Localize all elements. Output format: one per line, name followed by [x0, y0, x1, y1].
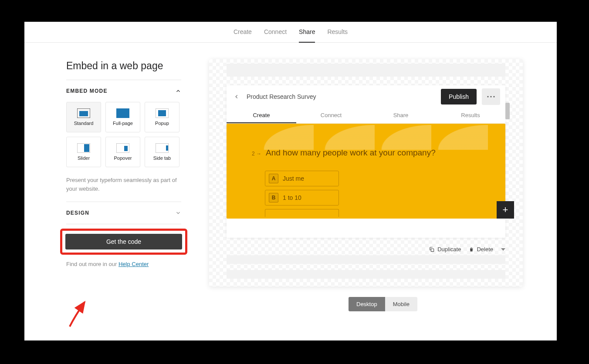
chevron-down-icon	[175, 210, 181, 216]
skeleton-bar	[227, 255, 505, 264]
svg-rect-2	[116, 108, 129, 118]
page-title: Embed in a web page	[66, 60, 181, 72]
option-a[interactable]: A Just me	[265, 171, 339, 186]
plus-icon: +	[503, 204, 508, 216]
more-button[interactable]	[482, 88, 500, 105]
svg-rect-1	[79, 111, 88, 116]
embedded-form-preview: Product Research Survey Publish Create C…	[227, 85, 505, 238]
tab-create[interactable]: Create	[234, 22, 252, 43]
svg-point-12	[490, 96, 491, 97]
embed-mode-header[interactable]: EMBED MODE	[66, 80, 181, 102]
tab-results[interactable]: Results	[327, 22, 348, 43]
mode-label: Slider	[78, 155, 90, 161]
question-row: 2 → And how many people work at your com…	[252, 148, 436, 158]
content-area: Embed in a web page EMBED MODE Standard	[24, 43, 557, 340]
mode-standard[interactable]: Standard	[66, 102, 101, 132]
design-label: DESIGN	[66, 210, 89, 216]
option-key: B	[269, 193, 278, 202]
dots-icon	[487, 96, 495, 98]
help-prefix: Find out more in our	[66, 261, 118, 267]
dropdown-caret-icon[interactable]	[501, 248, 505, 251]
right-panel: Product Research Survey Publish Create C…	[209, 43, 557, 340]
option-label: Just me	[283, 175, 304, 182]
delete-action[interactable]: Delete	[469, 246, 493, 253]
options-list: A Just me B 1 to 10	[265, 171, 339, 217]
back-arrow-icon[interactable]	[232, 92, 241, 101]
mode-popup[interactable]: Popup	[145, 102, 179, 132]
svg-rect-10	[166, 145, 168, 151]
divider	[66, 224, 181, 224]
mode-label: Standard	[74, 121, 94, 126]
preview-tab-create[interactable]: Create	[227, 108, 296, 123]
publish-button[interactable]: Publish	[441, 89, 477, 104]
scrollbar[interactable]	[505, 103, 510, 119]
app-window: Create Connect Share Results Embed in a …	[24, 22, 557, 340]
preview-header: Product Research Survey Publish	[227, 85, 505, 108]
skeleton-bar	[227, 64, 505, 77]
mode-popover[interactable]: Popover	[105, 137, 140, 167]
mode-fullpage[interactable]: Full-page	[105, 102, 140, 132]
question-text: And how many people work at your company…	[266, 148, 436, 158]
view-mobile-button[interactable]: Mobile	[385, 297, 417, 311]
get-code-button[interactable]: Get the code	[65, 234, 182, 249]
duplicate-action[interactable]: Duplicate	[429, 246, 461, 253]
preview-canvas: Product Research Survey Publish Create C…	[209, 59, 523, 286]
popover-icon	[116, 143, 129, 153]
svg-rect-14	[431, 249, 433, 251]
embed-mode-label: EMBED MODE	[66, 88, 108, 94]
option-label: 1 to 10	[283, 194, 301, 201]
design-header[interactable]: DESIGN	[66, 202, 181, 224]
top-nav-tabs: Create Connect Share Results	[24, 22, 557, 43]
svg-point-11	[487, 96, 488, 97]
fullpage-icon	[116, 108, 129, 118]
form-body: 2 → And how many people work at your com…	[227, 124, 505, 219]
skeleton-bar	[227, 270, 505, 279]
annotation-highlight: Get the code	[60, 229, 187, 255]
chevron-up-icon	[175, 88, 181, 94]
form-title: Product Research Survey	[247, 93, 436, 100]
help-text: Find out more in our Help Center	[66, 261, 181, 267]
mode-sidetab[interactable]: Side tab	[145, 137, 179, 167]
svg-rect-6	[84, 144, 89, 152]
tab-connect[interactable]: Connect	[264, 22, 287, 43]
embed-mode-grid: Standard Full-page Popup	[66, 102, 181, 167]
mode-label: Side tab	[153, 155, 171, 161]
delete-label: Delete	[477, 246, 493, 253]
duplicate-icon	[429, 246, 435, 253]
duplicate-label: Duplicate	[437, 246, 461, 253]
option-c-partial[interactable]	[265, 209, 339, 217]
question-number: 2 →	[252, 151, 261, 157]
svg-rect-8	[124, 146, 128, 151]
preview-tabs: Create Connect Share Results	[227, 108, 505, 124]
svg-rect-4	[158, 110, 166, 116]
preview-tab-results[interactable]: Results	[436, 108, 505, 123]
standard-icon	[77, 108, 90, 118]
preview-tab-connect[interactable]: Connect	[296, 108, 366, 123]
mode-label: Popover	[114, 155, 132, 161]
left-panel: Embed in a web page EMBED MODE Standard	[24, 43, 209, 340]
view-desktop-button[interactable]: Desktop	[349, 297, 385, 311]
mode-description: Present your typeform seamlessly as part…	[66, 176, 181, 193]
mode-label: Popup	[155, 121, 169, 126]
tab-share[interactable]: Share	[299, 22, 315, 43]
svg-point-13	[493, 96, 494, 97]
add-button[interactable]: +	[497, 201, 514, 219]
trash-icon	[469, 246, 474, 253]
slider-icon	[77, 143, 90, 153]
popup-icon	[156, 108, 169, 118]
view-toggle: Desktop Mobile	[349, 297, 417, 311]
help-center-link[interactable]: Help Center	[118, 261, 149, 267]
preview-tab-share[interactable]: Share	[366, 108, 436, 123]
option-key: A	[269, 174, 278, 183]
mode-slider[interactable]: Slider	[66, 137, 101, 167]
mode-label: Full-page	[113, 121, 133, 126]
option-b[interactable]: B 1 to 10	[265, 190, 339, 206]
sidetab-icon	[156, 143, 169, 153]
form-actions: Duplicate Delete	[429, 246, 505, 253]
